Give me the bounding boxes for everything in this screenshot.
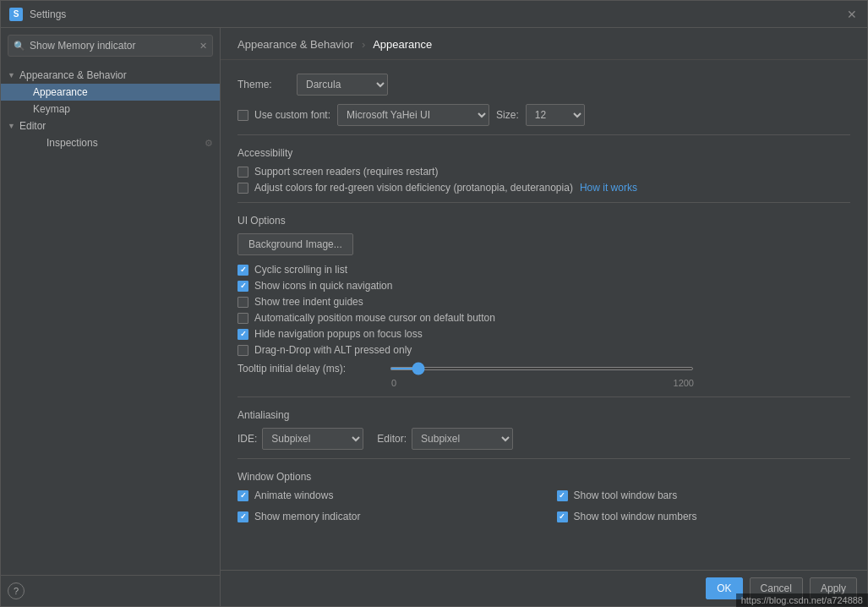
- sidebar-item-appearance[interactable]: Appearance: [1, 84, 220, 101]
- show-memory-checkbox[interactable]: [237, 511, 248, 522]
- drag-drop-label: Drag-n-Drop with ALT pressed only: [254, 344, 412, 356]
- background-image-button[interactable]: Background Image...: [237, 233, 353, 255]
- accessibility-red-green[interactable]: Adjust colors for red-green vision defic…: [237, 182, 850, 194]
- tool-numbers-checkbox[interactable]: [557, 511, 568, 522]
- slider-min: 0: [391, 378, 396, 388]
- font-size-select[interactable]: 12 10 11 13 14: [526, 104, 585, 126]
- cyclic-scrolling-checkbox[interactable]: [237, 265, 248, 276]
- wopt-show-memory[interactable]: Show memory indicator: [237, 511, 532, 522]
- accessibility-screen-readers[interactable]: Support screen readers (requires restart…: [237, 166, 850, 178]
- tooltip-slider-container: Tooltip initial delay (ms): 0 1200: [237, 363, 850, 388]
- tool-numbers-label: Show tool window numbers: [574, 511, 697, 522]
- editor-aa-select[interactable]: Subpixel Greyscale None: [412, 428, 513, 450]
- screen-readers-checkbox[interactable]: [237, 167, 248, 178]
- cyclic-scrolling-label: Cyclic scrolling in list: [254, 264, 347, 276]
- sidebar-item-inspections[interactable]: Inspections ⚙: [1, 134, 220, 151]
- ui-opt-auto-position[interactable]: Automatically position mouse cursor on d…: [237, 312, 850, 324]
- breadcrumb-current: Appearance: [373, 38, 432, 51]
- breadcrumb-parent: Appearance & Behavior: [237, 38, 353, 51]
- ui-opt-tree-indent[interactable]: Show tree indent guides: [237, 296, 850, 308]
- show-icons-checkbox[interactable]: [237, 281, 248, 292]
- sidebar-item-label: Appearance: [33, 86, 213, 98]
- main-panel: Appearance & Behavior › Appearance Theme…: [221, 28, 867, 606]
- sidebar-item-label: Editor: [19, 120, 213, 132]
- animate-windows-label: Animate windows: [254, 489, 333, 501]
- sidebar-item-appearance-behavior[interactable]: ▼ Appearance & Behavior: [1, 67, 220, 84]
- wopt-tool-bars[interactable]: Show tool window bars: [557, 489, 851, 501]
- editor-aa-label: Editor:: [377, 433, 407, 445]
- theme-select[interactable]: Darcula IntelliJ High Contrast: [297, 74, 388, 96]
- slider-max: 1200: [674, 378, 694, 388]
- size-label: Size:: [496, 109, 519, 121]
- sidebar-item-keymap[interactable]: Keymap: [1, 101, 220, 118]
- editor-aa-item: Editor: Subpixel Greyscale None: [377, 428, 513, 450]
- tooltip-label: Tooltip initial delay (ms):: [237, 363, 390, 375]
- slider-values: 0 1200: [237, 378, 694, 388]
- sidebar-item-editor[interactable]: ▼ Editor: [1, 118, 220, 134]
- wopt-animate-windows[interactable]: Animate windows: [237, 489, 532, 501]
- red-green-label: Adjust colors for red-green vision defic…: [254, 182, 573, 194]
- show-memory-label: Show memory indicator: [254, 511, 360, 522]
- drag-drop-checkbox[interactable]: [237, 345, 248, 356]
- show-icons-label: Show icons in quick navigation: [254, 280, 392, 292]
- custom-font-checkbox[interactable]: [237, 110, 248, 121]
- settings-window: S Settings ✕ 🔍 Show Memory indicator ✕ ▼…: [0, 0, 868, 607]
- expand-arrow-icon: ▼: [8, 122, 19, 130]
- theme-row: Theme: Darcula IntelliJ High Contrast: [237, 74, 850, 96]
- how-it-works-link[interactable]: How it works: [580, 182, 637, 194]
- sidebar-item-label: Keymap: [33, 103, 213, 115]
- custom-font-label: Use custom font:: [254, 109, 330, 121]
- title-bar: S Settings ✕: [1, 1, 867, 28]
- window-title: Settings: [30, 8, 845, 20]
- antialiasing-title: Antialiasing: [237, 409, 850, 421]
- expand-arrow-icon: ▼: [8, 71, 19, 79]
- divider-4: [237, 458, 850, 459]
- tooltip-slider[interactable]: [390, 367, 694, 370]
- window-options-title: Window Options: [237, 471, 850, 483]
- divider-2: [237, 202, 850, 203]
- tree-indent-label: Show tree indent guides: [254, 296, 363, 308]
- hide-navigation-checkbox[interactable]: [237, 329, 248, 340]
- tool-bars-label: Show tool window bars: [574, 489, 678, 501]
- slider-label-row: Tooltip initial delay (ms):: [237, 363, 850, 375]
- breadcrumb: Appearance & Behavior › Appearance: [221, 28, 867, 60]
- antialiasing-row: IDE: Subpixel Greyscale None Editor: Sub…: [237, 428, 850, 450]
- animate-windows-checkbox[interactable]: [237, 490, 248, 501]
- sidebar: 🔍 Show Memory indicator ✕ ▼ Appearance &…: [1, 28, 221, 606]
- ide-aa-label: IDE:: [237, 433, 257, 445]
- app-icon: S: [9, 8, 23, 21]
- ide-aa-select[interactable]: Subpixel Greyscale None: [262, 428, 363, 450]
- search-input[interactable]: Show Memory indicator: [30, 40, 199, 52]
- ui-opt-drag-drop[interactable]: Drag-n-Drop with ALT pressed only: [237, 344, 850, 356]
- auto-position-label: Automatically position mouse cursor on d…: [254, 312, 495, 324]
- hide-navigation-label: Hide navigation popups on focus loss: [254, 328, 423, 340]
- red-green-checkbox[interactable]: [237, 183, 248, 194]
- tree-indent-checkbox[interactable]: [237, 297, 248, 308]
- theme-label: Theme:: [237, 79, 288, 90]
- auto-position-checkbox[interactable]: [237, 313, 248, 324]
- ui-opt-hide-navigation[interactable]: Hide navigation popups on focus loss: [237, 328, 850, 340]
- ide-aa-item: IDE: Subpixel Greyscale None: [237, 428, 363, 450]
- sidebar-item-label: Inspections: [46, 137, 98, 149]
- ui-options-title: UI Options: [237, 215, 850, 227]
- url-bar: https://blog.csdn.net/a724888: [736, 593, 868, 607]
- wopt-tool-numbers[interactable]: Show tool window numbers: [557, 511, 851, 522]
- font-select[interactable]: Microsoft YaHei UI: [337, 104, 489, 126]
- ui-opt-cyclic-scrolling[interactable]: Cyclic scrolling in list: [237, 264, 850, 276]
- ui-opt-show-icons[interactable]: Show icons in quick navigation: [237, 280, 850, 292]
- gear-icon[interactable]: ⚙: [205, 138, 213, 149]
- window-options-grid: Animate windows Show tool window bars Sh…: [237, 489, 850, 527]
- close-button[interactable]: ✕: [845, 8, 859, 21]
- sidebar-item-label: Appearance & Behavior: [19, 69, 213, 81]
- custom-font-row: Use custom font: Microsoft YaHei UI Size…: [237, 104, 850, 126]
- screen-readers-label: Support screen readers (requires restart…: [254, 166, 438, 178]
- breadcrumb-separator: ›: [362, 38, 365, 51]
- tool-bars-checkbox[interactable]: [557, 490, 568, 501]
- search-clear-icon[interactable]: ✕: [199, 41, 207, 52]
- divider-3: [237, 396, 850, 397]
- sidebar-bottom: ?: [1, 575, 220, 606]
- divider-1: [237, 134, 850, 135]
- accessibility-title: Accessibility: [237, 147, 850, 159]
- sidebar-tree: ▼ Appearance & Behavior Appearance Keyma…: [1, 63, 220, 575]
- help-button[interactable]: ?: [8, 582, 25, 599]
